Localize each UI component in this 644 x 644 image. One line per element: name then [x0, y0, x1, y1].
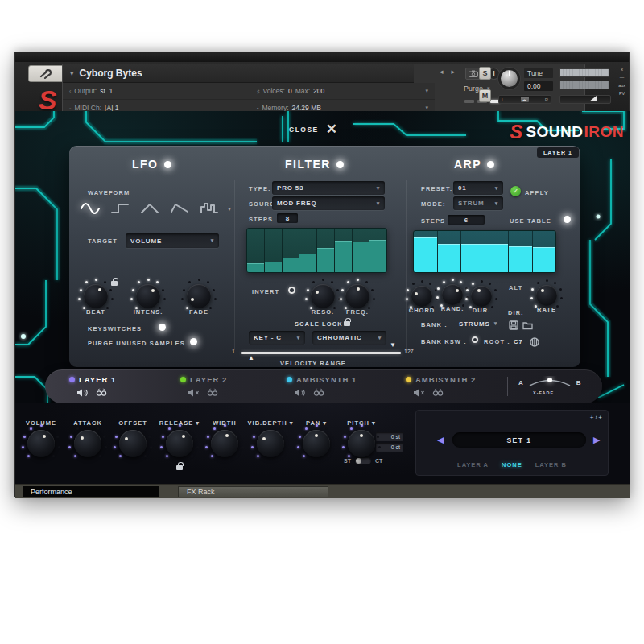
step-bar[interactable] [283, 229, 300, 272]
next-instrument-button[interactable]: ▸ [452, 68, 456, 76]
pan-handle[interactable]: ◂▸ [521, 97, 529, 102]
waveform-dropdown-arrow-icon[interactable]: ▾ [228, 205, 231, 213]
step-bar[interactable] [353, 229, 370, 272]
pv-button[interactable]: PV [619, 91, 625, 96]
arp-steps-value[interactable]: 6 [448, 215, 485, 225]
step-bar[interactable] [265, 229, 283, 272]
step-bar[interactable] [369, 229, 386, 272]
knob-body[interactable] [257, 430, 284, 457]
waveform-triangle-button[interactable] [138, 199, 161, 218]
knob-body[interactable] [119, 430, 147, 457]
beat-knob[interactable]: BEAT [76, 277, 115, 316]
filter-type-dropdown[interactable]: PRO 53 ▾ [272, 181, 385, 195]
speaker-muted-icon[interactable] [413, 386, 425, 400]
remove-instrument-button[interactable]: x [621, 67, 623, 72]
knob-body[interactable] [442, 284, 463, 305]
keyswitches-toggle[interactable] [159, 324, 166, 331]
layer-tab-ambisynth-1[interactable]: AMBISYNTH 1 [287, 375, 357, 399]
arp-enable-button[interactable] [487, 161, 494, 168]
layer-b-option[interactable]: LAYER B [535, 461, 567, 469]
use-table-toggle[interactable] [564, 216, 571, 223]
apply-button[interactable]: ✓ [510, 186, 521, 196]
mute-button[interactable]: M [479, 89, 491, 102]
knob-body[interactable] [211, 430, 238, 457]
aux-button[interactable]: aux [618, 83, 625, 88]
link-icon[interactable] [207, 386, 218, 400]
width-knob[interactable]: WIDTH [204, 423, 246, 464]
layer-tab-ambisynth-2[interactable]: AMBISYNTH 2 [406, 375, 476, 399]
prev-instrument-button[interactable]: ◂ [440, 68, 444, 76]
volume-handle[interactable] [589, 96, 597, 101]
pan-knob[interactable]: PAN ▾ [295, 423, 337, 464]
knob-body[interactable] [471, 286, 492, 307]
offset-knob[interactable]: OFFSET [112, 423, 154, 464]
close-panel-button[interactable]: CLOSE ✕ [289, 121, 337, 138]
volume-knob[interactable]: VOLUME [20, 423, 62, 464]
root-keys-button[interactable] [530, 336, 541, 345]
velocity-low-marker[interactable]: ▲ [248, 354, 254, 361]
step-bar[interactable] [299, 229, 317, 272]
waveform-random-button[interactable] [198, 199, 221, 218]
release-knob[interactable]: RELEASE ▾ [159, 423, 200, 464]
link-icon[interactable] [432, 386, 444, 400]
performance-tab[interactable]: Performance [23, 486, 159, 497]
lfo-enable-button[interactable] [164, 161, 171, 168]
link-icon[interactable] [96, 386, 107, 400]
fx-rack-tab[interactable]: FX Rack [178, 486, 328, 497]
output-dropdown-arrow-icon[interactable]: ▾ [425, 88, 428, 94]
step-bar[interactable] [509, 231, 533, 272]
step-bar[interactable] [335, 229, 353, 272]
scale-dropdown[interactable]: CHROMATIC ▾ [312, 331, 386, 345]
intensity-knob[interactable]: INTENS. [129, 277, 167, 316]
attack-knob[interactable]: ATTACK [67, 423, 109, 464]
speaker-on-icon[interactable] [76, 386, 89, 400]
root-value[interactable]: C7 [514, 338, 523, 345]
layer-a-option[interactable]: LAYER A [457, 461, 489, 469]
scale-lock-icon[interactable] [344, 321, 350, 326]
resonance-knob[interactable]: RESO. [303, 277, 342, 316]
duration-knob[interactable]: DUR. [464, 279, 499, 314]
volume-slider[interactable] [559, 95, 611, 104]
step-bar[interactable] [414, 231, 438, 272]
step-bar[interactable] [533, 231, 556, 272]
velocity-range-slider[interactable] [242, 352, 401, 354]
knob-body[interactable] [27, 430, 55, 457]
bank-ksw-toggle[interactable] [472, 336, 478, 343]
step-bar[interactable] [461, 231, 485, 272]
tune-knob[interactable] [498, 68, 520, 89]
pan-slider[interactable]: L ◂▸ R [498, 95, 551, 104]
note-add-icon[interactable]: +♪+ [590, 414, 603, 421]
tune-value[interactable]: 0.00 [524, 81, 553, 91]
fade-knob[interactable]: FADE [180, 277, 218, 316]
arp-step-table[interactable] [413, 230, 556, 273]
knob-body[interactable] [136, 284, 160, 308]
filter-source-dropdown[interactable]: MOD FREQ ▾ [272, 196, 385, 210]
xfade-slider[interactable] [528, 376, 572, 389]
minimize-instrument-button[interactable]: — [620, 75, 625, 80]
frequency-knob[interactable]: FREQ. [338, 277, 377, 316]
arp-preset-dropdown[interactable]: 01 ▾ [453, 181, 503, 195]
pitch-knob[interactable]: PITCH ▾ [341, 423, 382, 464]
layer-tab-2[interactable]: LAYER 2 [180, 375, 227, 399]
bank-dropdown[interactable]: STRUMS ▾ [454, 318, 502, 329]
set-display[interactable]: SET 1 [452, 432, 586, 448]
solo-button[interactable]: S [479, 67, 491, 80]
knob-body[interactable] [166, 430, 193, 457]
layer-tab-1[interactable]: LAYER 1 [69, 375, 116, 399]
save-bank-button[interactable] [509, 319, 520, 328]
wrench-button[interactable] [28, 65, 65, 82]
output-row[interactable]: ‹ Output: st. 1 ♯ Voices: 0 Max: 200 ▾ [63, 83, 435, 100]
purge-unused-toggle[interactable] [190, 338, 197, 345]
waveform-saw-button[interactable] [168, 199, 191, 218]
release-lock-icon[interactable] [176, 465, 183, 470]
beat-lock-icon[interactable] [111, 281, 118, 286]
vib-depth-knob[interactable]: VIB.DEPTH ▾ [250, 423, 291, 464]
direction-value[interactable]: ALT [509, 284, 522, 291]
knob-body[interactable] [411, 286, 432, 307]
filter-step-table[interactable] [246, 228, 387, 273]
knob-body[interactable] [74, 430, 101, 457]
knob-body[interactable] [84, 284, 108, 308]
midi-dropdown-arrow-icon[interactable]: ▾ [425, 105, 428, 111]
instrument-title-menu[interactable]: ▾ Cyborg Bytes [63, 64, 414, 83]
filter-enable-button[interactable] [336, 161, 344, 168]
